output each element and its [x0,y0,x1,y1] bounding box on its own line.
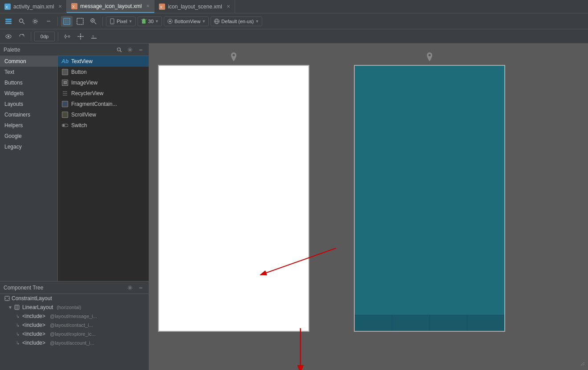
widget-textview[interactable]: Ab TextView [58,56,149,67]
fragmentcontainer-icon [61,101,69,108]
svg-rect-23 [142,21,146,24]
tree-collapse-button[interactable]: − [136,283,145,292]
category-containers[interactable]: Containers [0,109,57,120]
textview-icon: Ab [61,58,69,65]
component-tree-header: Component Tree − [0,282,149,294]
category-layouts[interactable]: Layouts [0,99,57,109]
dp-input[interactable] [34,32,55,41]
zoom-icon [90,18,97,25]
svg-point-53 [63,125,65,127]
sep4 [58,32,58,41]
tab-close-message[interactable]: ✕ [146,4,150,8]
tab-activity-main[interactable]: X activity_main.xml ✕ [0,0,67,13]
tree-minus-icon: − [139,284,142,291]
main-toolbar: − Pixel ▼ [0,13,588,29]
palette-search-button[interactable] [115,45,124,54]
widget-fragmentcontainer[interactable]: FragmentContain... [58,99,149,109]
palette-title: Palette [4,47,20,53]
tree-constraint-layout[interactable]: ConstraintLayout [0,294,149,303]
android-icon [141,18,147,24]
api-dropdown[interactable]: 30 ▼ [138,16,162,26]
baseline-icon: T [90,33,97,40]
widget-button[interactable]: Button [58,67,149,77]
baseline-button[interactable]: T [88,31,100,42]
include1-ref: @layout/message_i... [50,314,97,319]
category-google[interactable]: Google [0,131,57,141]
svg-point-33 [65,36,66,37]
search-button[interactable] [16,16,28,27]
left-phone-screen [158,65,309,332]
svg-point-34 [68,36,70,37]
svg-point-55 [128,286,132,290]
svg-rect-61 [15,305,19,310]
palette-settings-icon [127,47,133,52]
svg-rect-8 [5,23,12,24]
pin-icon-left [231,52,237,61]
eye-icon [5,33,12,40]
palette-header: Palette − [0,44,149,56]
layers-button[interactable] [3,16,14,27]
category-helpers[interactable]: Helpers [0,120,57,131]
tab-icon-layout[interactable]: X icon_layout_scene.xml ✕ [154,0,235,13]
include4-ref: @layout/account_i... [50,340,94,346]
category-buttons[interactable]: Buttons [0,77,57,88]
resize-icon [579,360,584,366]
svg-point-32 [8,36,9,37]
tab-close-icon-layout[interactable]: ✕ [227,4,230,9]
category-widgets[interactable]: Widgets [0,88,57,99]
magic-icon [77,33,84,40]
blueprint-view-button[interactable] [74,16,86,27]
tree-include-4[interactable]: ↳ <include> @layout/account_i... [0,338,149,347]
tab-message-icon[interactable]: X message_icon_layout.xml ✕ [67,0,154,13]
include3-label: <include> [22,331,45,337]
blueprint-icon [77,18,84,25]
minus-button[interactable]: − [43,16,54,27]
recyclerview-icon [61,90,69,97]
locale-dropdown[interactable]: Default (en-us) ▼ [211,16,262,26]
widget-recyclerview[interactable]: RecyclerView [58,88,149,99]
right-phone-screen [354,65,505,332]
left-panel: Palette − [0,44,149,370]
include4-label: <include> [22,340,45,346]
tree-linear-layout[interactable]: ▾ LinearLayout (horizontal) [0,303,149,312]
tree-include-2[interactable]: ↳ <include> @layout/contact_i... [0,321,149,330]
device-chevron: ▼ [129,19,133,24]
orient-button[interactable] [16,31,28,42]
widget-switch[interactable]: Switch [58,120,149,131]
settings-button[interactable] [29,16,41,27]
bottom-tab-bar [355,315,504,332]
tab-icon-message: X [71,3,77,9]
category-legacy[interactable]: Legacy [0,141,57,152]
canvas-area[interactable] [149,44,588,370]
tree-include-3[interactable]: ↳ <include> @layout/explore_ic... [0,330,149,338]
svg-line-70 [583,364,584,366]
zoom-button[interactable] [88,16,99,27]
widget-imageview[interactable]: 🖼 ImageView [58,77,149,88]
palette-settings-button[interactable] [126,45,134,54]
imageview-icon: 🖼 [61,79,69,86]
design-view-button[interactable] [61,16,73,27]
orient-icon [18,33,25,40]
tab-label-message: message_icon_layout.xml [80,3,142,9]
tree-include-1[interactable]: ↳ <include> @layout/message_i... [0,312,149,321]
category-common[interactable]: Common [0,56,57,67]
svg-rect-6 [5,19,12,20]
globe-icon [214,18,220,24]
include1-arrow: ↳ [16,314,20,319]
theme-dropdown[interactable]: BottomView ▼ [164,16,209,26]
category-text[interactable]: Text [0,67,57,77]
error-button[interactable] [3,31,14,42]
theme-label: BottomView [174,19,201,24]
left-phone-frame [158,52,309,334]
device-dropdown[interactable]: Pixel ▼ [106,16,136,26]
svg-point-12 [33,19,38,24]
magic-button[interactable] [75,31,86,42]
category-list: Common Text Buttons Widgets Layouts Cont… [0,56,58,281]
sep3 [31,32,31,41]
tree-settings-button[interactable] [126,283,134,292]
linear-layout-label: LinearLayout [22,304,53,310]
widget-scrollview[interactable]: ScrollView [58,109,149,120]
palette-collapse-button[interactable]: − [136,45,145,54]
tab-close-activity[interactable]: ✕ [58,4,62,9]
constraint-button[interactable] [61,31,73,42]
